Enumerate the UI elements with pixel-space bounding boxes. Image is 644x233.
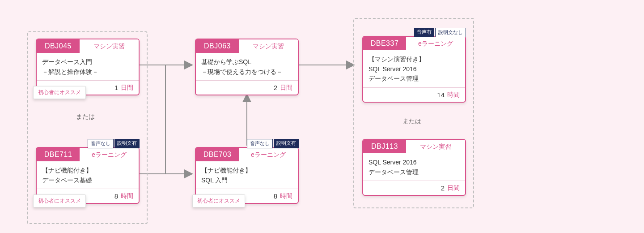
or-label-right: または — [402, 117, 421, 125]
course-type: eラーニング — [406, 37, 465, 50]
duration-unit: 日間 — [121, 84, 133, 92]
course-code: DBJ063 — [196, 39, 239, 53]
or-label-left: または — [76, 113, 95, 121]
course-title: 基礎から学ぶSQL －現場で使える力をつける－ — [196, 53, 298, 80]
course-title: SQL Server 2016 データベース管理 — [363, 153, 465, 181]
duration-unit: 日間 — [447, 184, 460, 192]
course-card-dbj113[interactable]: DBJ113 マシン実習 SQL Server 2016 データベース管理 2 … — [362, 139, 466, 196]
duration-number: 8 — [274, 192, 277, 200]
course-code: DBE711 — [37, 148, 80, 161]
course-flow-diagram: DBJ045 マシン実習 データベース入門 －解説と操作体験－ 1 日間 初心者… — [0, 0, 644, 233]
duration-number: 1 — [114, 84, 118, 91]
course-code: DBJ113 — [363, 140, 406, 153]
course-card-dbe703[interactable]: 音声なし 説明文有 DBE703 eラーニング 【ナビ機能付き】 SQL 入門 … — [195, 147, 299, 204]
beginner-badge: 初心者にオススメ — [192, 194, 245, 207]
course-type: マシン実習 — [406, 140, 465, 153]
course-type: eラーニング — [80, 148, 139, 161]
course-code: DBE703 — [196, 148, 239, 161]
beginner-badge: 初心者にオススメ — [33, 86, 86, 99]
duration-number: 2 — [274, 84, 277, 91]
course-card-dbj045[interactable]: DBJ045 マシン実習 データベース入門 －解説と操作体験－ 1 日間 初心者… — [36, 39, 140, 95]
audio-tag: 音声なし — [247, 139, 273, 148]
course-code: DBE337 — [363, 37, 406, 50]
course-title: 【マシン演習付き】 SQL Server 2016 データベース管理 — [363, 50, 465, 87]
duration-unit: 時間 — [121, 192, 133, 200]
course-title: データベース入門 －解説と操作体験－ — [37, 53, 139, 80]
beginner-badge: 初心者にオススメ — [33, 194, 86, 207]
course-type: マシン実習 — [80, 39, 139, 53]
duration-unit: 時間 — [447, 91, 460, 99]
duration-unit: 日間 — [280, 84, 292, 92]
audio-tag: 音声なし — [88, 139, 114, 148]
audio-tag: 音声有 — [414, 28, 434, 37]
duration-unit: 時間 — [280, 192, 292, 200]
course-type: マシン実習 — [239, 39, 298, 53]
course-card-dbe337[interactable]: 音声有 説明文なし DBE337 eラーニング 【マシン演習付き】 SQL Se… — [362, 36, 466, 103]
course-title: 【ナビ機能付き】 データベース基礎 — [37, 161, 139, 189]
duration-number: 14 — [437, 91, 445, 99]
duration-number: 2 — [441, 184, 445, 192]
course-card-dbj063[interactable]: DBJ063 マシン実習 基礎から学ぶSQL －現場で使える力をつける－ 2 日… — [195, 39, 299, 95]
description-tag: 説明文なし — [435, 28, 466, 37]
course-code: DBJ045 — [37, 39, 80, 53]
description-tag: 説明文有 — [114, 139, 140, 148]
course-title: 【ナビ機能付き】 SQL 入門 — [196, 161, 298, 189]
course-type: eラーニング — [239, 148, 298, 161]
description-tag: 説明文有 — [274, 139, 299, 148]
duration-number: 8 — [114, 192, 118, 200]
course-card-dbe711[interactable]: 音声なし 説明文有 DBE711 eラーニング 【ナビ機能付き】 データベース基… — [36, 147, 140, 204]
